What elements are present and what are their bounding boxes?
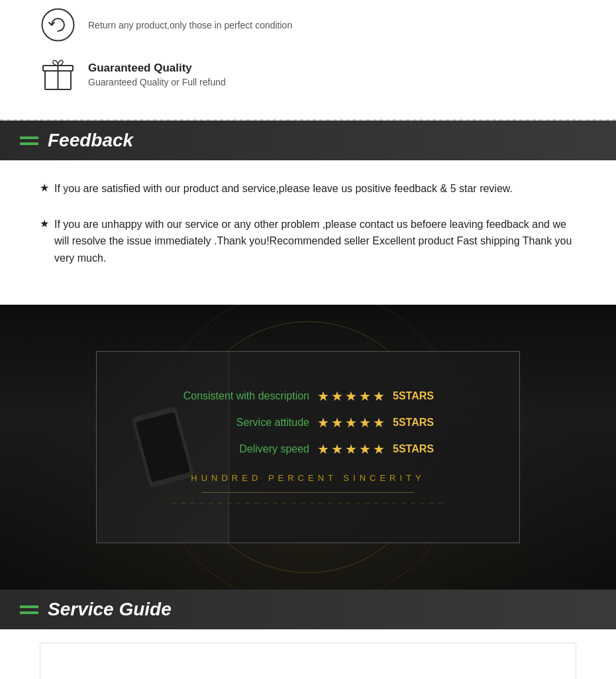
gift-icon [40,56,76,93]
return-policy-item: Return any product,only those in perfect… [40,7,576,43]
service-guide-header: Service Guide [0,590,616,629]
accent-line-top [20,136,38,139]
star-2-4: ★ [359,415,371,431]
star-1-1: ★ [317,388,329,404]
feedback-title: Feedback [48,130,133,151]
rating-value-3: 5STARS [393,443,439,455]
top-section: Return any product,only those in perfect… [0,0,616,119]
star-1-3: ★ [345,388,357,404]
feedback-item-2: ★ If you are unhappy with our service or… [40,216,576,267]
star-3-4: ★ [359,441,371,457]
accent-line-bottom [20,142,38,145]
rating-label-1: Consistent with description [177,390,309,402]
sincerity-underline [202,492,414,493]
star-1-2: ★ [331,388,343,404]
star-3-2: ★ [331,441,343,457]
rating-value-1: 5STARS [393,390,439,402]
star-1-4: ★ [359,388,371,404]
stars-3: ★ ★ ★ ★ ★ [317,441,385,457]
service-accent-line-bottom [20,611,38,614]
quality-policy-item: Guaranteed Quality Guaranteed Quality or… [40,56,576,93]
return-icon [40,7,76,43]
rating-label-2: Service attitude [177,417,309,429]
feedback-content: ★ If you are satisfied with our product … [0,160,616,305]
service-guide-content [0,629,616,679]
feedback-item-1: ★ If you are satisfied with our product … [40,180,576,197]
star-2-2: ★ [331,415,343,431]
rating-label-3: Delivery speed [177,443,309,455]
stars-2: ★ ★ ★ ★ ★ [317,415,385,431]
return-policy-text: Return any product,only those in perfect… [88,20,292,30]
rating-row-3: Delivery speed ★ ★ ★ ★ ★ 5STARS [177,441,439,457]
rating-value-2: 5STARS [393,417,439,429]
feedback-text-2: If you are unhappy with our service or a… [54,216,576,267]
star-3-3: ★ [345,441,357,457]
service-guide-accent [20,605,38,614]
svg-point-0 [42,9,74,41]
stars-1: ★ ★ ★ ★ ★ [317,388,385,404]
star-3-5: ★ [373,441,385,457]
feedback-text-1: If you are satisfied with our product an… [54,180,513,197]
feedback-header: Feedback [0,121,616,160]
rating-row-1: Consistent with description ★ ★ ★ ★ ★ 5S… [177,388,439,404]
service-box [40,643,576,679]
star-3-1: ★ [317,441,329,457]
star-1-5: ★ [373,388,385,404]
header-accent [20,136,38,145]
rating-rows: Consistent with description ★ ★ ★ ★ ★ 5S… [177,388,439,457]
rating-row-2: Service attitude ★ ★ ★ ★ ★ 5STARS [177,415,439,431]
decorative-dashes: ─ ─ ─ ─ ─ ─ ─ ─ ─ ─ ─ ─ ─ ─ ─ ─ ─ ─ ─ ─ … [172,499,444,507]
star-2-5: ★ [373,415,385,431]
service-guide-title: Service Guide [48,599,172,620]
bullet-star-1: ★ [40,182,49,194]
star-2-3: ★ [345,415,357,431]
service-accent-line-top [20,605,38,608]
quality-policy-text: Guaranteed Quality Guaranteed Quality or… [88,62,226,87]
bullet-star-2: ★ [40,217,49,230]
rating-banner: Consistent with description ★ ★ ★ ★ ★ 5S… [0,305,616,590]
star-2-1: ★ [317,415,329,431]
sincerity-text: HUNDRED PERCENT SINCERITY [191,473,425,483]
rating-card: Consistent with description ★ ★ ★ ★ ★ 5S… [96,351,520,543]
